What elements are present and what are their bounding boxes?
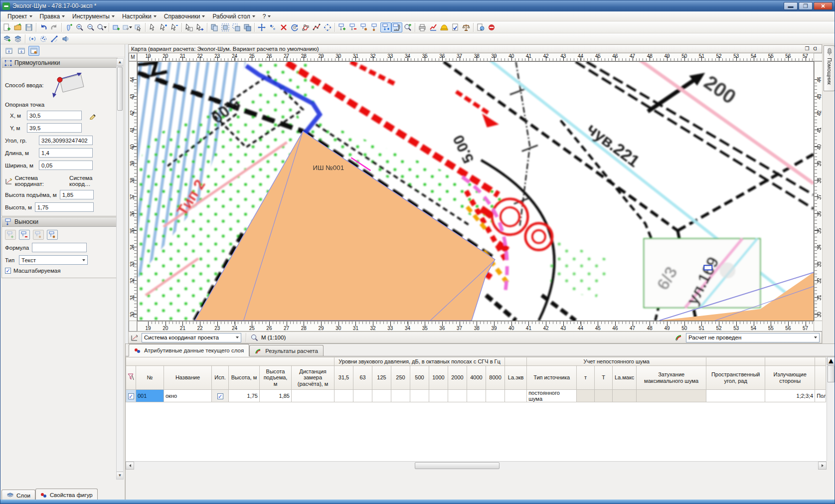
table-horizontal-scrollbar[interactable] <box>126 461 827 470</box>
row-checkbox[interactable]: ✓ <box>128 393 134 399</box>
scalable-checkbox[interactable]: ✓ <box>5 268 11 274</box>
map-canvas[interactable]: 5.00 5.00 5.00 5.00 Тип 2 чув.221 200 <box>137 61 814 321</box>
rotate-figure-button[interactable] <box>289 22 300 32</box>
table-cell[interactable] <box>595 390 613 402</box>
table-cell[interactable] <box>292 390 334 402</box>
length-input[interactable] <box>39 148 93 158</box>
table-cell[interactable] <box>372 390 391 402</box>
y-input[interactable] <box>27 123 82 133</box>
row-checkbox[interactable]: ✓ <box>217 393 223 399</box>
scrollbar-thumb[interactable] <box>117 67 123 111</box>
table-cell[interactable] <box>486 390 505 402</box>
menu-tools[interactable]: Инструменты <box>68 12 118 21</box>
undo-button[interactable] <box>38 22 49 32</box>
edit-figure-button[interactable] <box>122 22 133 32</box>
close-button[interactable]: ✕ <box>814 2 833 10</box>
table-cell[interactable] <box>613 390 637 402</box>
x-input[interactable] <box>27 111 82 120</box>
table-cell[interactable]: окно <box>164 390 212 402</box>
edit-polygon-button[interactable] <box>300 22 311 32</box>
menu-edit[interactable]: Правка <box>36 12 69 21</box>
tab-attribute-data[interactable]: Атрибутивные данные текущего слоя <box>129 344 249 356</box>
rectangles-section-header[interactable]: Прямоугольники <box>2 58 117 68</box>
chart-button[interactable] <box>428 22 439 32</box>
scroll-up-icon[interactable]: ▲ <box>827 357 835 365</box>
zoom-mode-button[interactable] <box>96 22 107 32</box>
callout-type-select[interactable]: Текст <box>19 255 88 265</box>
cut-fragment-button[interactable] <box>231 22 242 32</box>
select-add-button[interactable] <box>158 22 169 32</box>
coordinate-system-icon[interactable] <box>5 177 13 185</box>
select-remove-button[interactable] <box>169 22 180 32</box>
move-figure-cursor-button[interactable] <box>194 22 205 32</box>
table-cell[interactable] <box>467 390 486 402</box>
tab-assistant[interactable]: Помощник <box>824 45 835 91</box>
add-layer-button[interactable] <box>1 34 12 44</box>
table-cell[interactable] <box>505 390 527 402</box>
menu-help[interactable]: ? <box>259 12 275 21</box>
panel-collapse-up-button[interactable] <box>3 46 14 56</box>
area-noise-source-button[interactable] <box>38 34 49 44</box>
map-pin-icon[interactable]: ꓷ <box>811 45 819 52</box>
angle-input[interactable] <box>39 136 93 145</box>
table-cell[interactable]: 1,85 <box>260 390 292 402</box>
layers-button[interactable] <box>12 34 23 44</box>
scale-ruler-button[interactable] <box>391 22 402 32</box>
scales-button[interactable] <box>461 22 472 32</box>
table-cell[interactable]: Польз <box>815 390 826 402</box>
lift-height-input[interactable] <box>60 190 94 199</box>
panel-collapse-down-button[interactable] <box>16 46 27 56</box>
table-cell[interactable]: ✓ <box>126 390 136 402</box>
menu-desktop[interactable]: Рабочий стол <box>208 12 258 21</box>
table-cell[interactable]: постоянного шума <box>527 390 577 402</box>
point-noise-source-button[interactable] <box>27 34 38 44</box>
linear-noise-source-button[interactable] <box>49 34 60 44</box>
print-button[interactable] <box>417 22 428 32</box>
input-method-diagram[interactable] <box>50 72 90 99</box>
width-input[interactable] <box>39 161 93 170</box>
zoom-in-button[interactable] <box>74 22 85 32</box>
edit-nodes-circle-button[interactable] <box>322 22 333 32</box>
menu-references[interactable]: Справочники <box>160 12 209 21</box>
callouts-section-header[interactable]: Выноски <box>2 217 117 227</box>
minimize-button[interactable]: ▬ <box>784 2 798 10</box>
scroll-left-icon[interactable] <box>126 462 134 470</box>
delete-figure-button[interactable] <box>278 22 289 32</box>
table-cell[interactable] <box>577 390 595 402</box>
move-figure-button[interactable] <box>256 22 267 32</box>
edit-polyline-button[interactable] <box>311 22 322 32</box>
add-figure-button[interactable] <box>111 22 122 32</box>
open-project-button[interactable] <box>12 22 23 32</box>
height-input[interactable] <box>35 202 94 212</box>
copy-figure-cursor-button[interactable] <box>183 22 194 32</box>
calc-status-select[interactable]: Расчет не проведен <box>686 333 820 342</box>
scroll-down-icon[interactable]: ▼ <box>117 472 123 479</box>
callout-show-small-button[interactable] <box>33 230 44 240</box>
scroll-up-icon[interactable]: ▲ <box>117 59 123 66</box>
table-row[interactable]: ✓001окно✓1,751,85постоянного шума1;2;3;4… <box>126 390 826 402</box>
redo-button[interactable] <box>49 22 60 32</box>
select-figure-button[interactable] <box>133 22 144 32</box>
new-project-button[interactable] <box>1 22 12 32</box>
copy-with-frame-button[interactable] <box>220 22 231 32</box>
attribute-table[interactable]: Уровни звукового давления, дБ, в октавны… <box>126 357 826 402</box>
hardhat-button[interactable] <box>439 22 450 32</box>
menu-settings[interactable]: Настройки <box>118 12 160 21</box>
paste-button[interactable] <box>242 22 253 32</box>
callout-remove-small-button[interactable] <box>19 230 30 240</box>
tab-calculation-results[interactable]: Результаты расчета <box>249 345 324 356</box>
panel-pin-button[interactable] <box>28 46 39 56</box>
table-cell[interactable] <box>637 390 706 402</box>
table-cell[interactable] <box>429 390 448 402</box>
tab-figure-properties[interactable]: Свойства фигур <box>35 489 98 501</box>
coord-system-value[interactable]: Система коорд… <box>69 175 114 187</box>
report-check-button[interactable] <box>450 22 461 32</box>
callout-anchor-button[interactable] <box>369 22 380 32</box>
menu-project[interactable]: Проект <box>3 12 36 21</box>
table-cell[interactable]: 1,75 <box>229 390 260 402</box>
table-cell[interactable] <box>410 390 429 402</box>
callout-add-button[interactable] <box>336 22 347 32</box>
moving-noise-source-button[interactable] <box>60 34 71 44</box>
zoom-out-button[interactable] <box>85 22 96 32</box>
map-restore-icon[interactable]: ❐ <box>803 45 811 52</box>
